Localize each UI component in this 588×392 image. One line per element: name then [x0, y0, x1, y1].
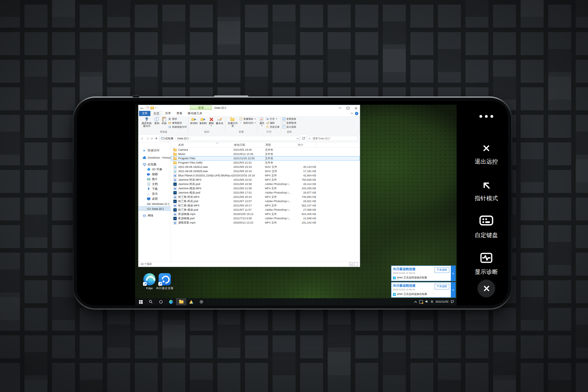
- notification-close-button[interactable]: ×: [451, 266, 455, 281]
- nav-item[interactable]: 下载: [138, 187, 171, 191]
- address-dropdown-icon[interactable]: [296, 137, 299, 139]
- file-row[interactable]: Jasmine-民谣.MP42021/9/6 22:02MP4 文件750,56…: [171, 178, 360, 182]
- close-button[interactable]: [352, 105, 360, 111]
- sidebar-button-keyboard[interactable]: [469, 215, 503, 226]
- new-folder-quick-icon[interactable]: [150, 107, 154, 109]
- nav-item[interactable]: 网络: [138, 213, 171, 218]
- delete-button[interactable]: 删除: [208, 117, 215, 127]
- properties-button[interactable]: 属性: [258, 117, 265, 127]
- open-button[interactable]: 打开: [266, 117, 280, 121]
- file-row[interactable]: 夜游南塘.psd2021/7/13 9:09Adobe Photoshop I.…: [171, 216, 360, 221]
- edit-button[interactable]: 编辑: [266, 121, 280, 125]
- paste-shortcut-button[interactable]: 粘贴快捷方式: [168, 125, 187, 129]
- file-row[interactable]: Program Files (x86)2021/6/4 21:51文件夹: [171, 160, 360, 165]
- taskbar-app-a-button[interactable]: [186, 298, 196, 305]
- forward-button[interactable]: [145, 136, 150, 141]
- nav-item[interactable]: OneDrive - Persona: [138, 155, 171, 160]
- refresh-button[interactable]: [301, 136, 306, 141]
- file-row[interactable]: Camera2021/6/5 19:45文件夹: [171, 148, 360, 152]
- tray-volume-button[interactable]: [425, 300, 429, 304]
- sidebar-button-diagnostics[interactable]: [469, 253, 503, 263]
- file-row[interactable]: 夜游南塘.mp42019/10/5 19:13MP4 文件824,405 KB: [171, 212, 360, 216]
- file-row[interactable]: 铁三角-摇滚.psd2021/9/7 11:57Adobe Photoshop …: [171, 208, 360, 212]
- file-row[interactable]: 铁三角-摇滚.MP42021/9/6 20:17MP4 文件562,147 KB: [171, 203, 360, 208]
- taskbar-settings-button[interactable]: [196, 298, 206, 305]
- taskbar-explorer-button[interactable]: [176, 298, 186, 305]
- dont-remind-button[interactable]: 不再提醒: [435, 267, 449, 273]
- contextual-tab-manage[interactable]: 管理: [190, 105, 212, 110]
- nav-item[interactable]: 音乐: [138, 191, 171, 196]
- file-row[interactable]: 液氧背景.mp42020/6/12 13:23MP4 文件191,242 KB: [171, 221, 360, 225]
- file-row[interactable]: Blue.Planet.II.S01E01.2160p.UHD.BluRay.x…: [171, 173, 360, 178]
- history-button[interactable]: 历史记录: [266, 125, 280, 129]
- sidebar-button-pointer[interactable]: [469, 179, 503, 191]
- more-menu-button[interactable]: [469, 114, 503, 119]
- paste-button[interactable]: 粘贴: [161, 117, 168, 125]
- column-header-date[interactable]: 修改日期: [233, 142, 265, 147]
- select-all-button[interactable]: 全部选择: [282, 117, 296, 121]
- tray-language-indicator[interactable]: 英: [431, 300, 434, 304]
- select-none-button[interactable]: 全部取消: [282, 121, 296, 125]
- copy-to-button[interactable]: 复制到: [199, 117, 207, 125]
- notification-close-button[interactable]: ×: [451, 282, 455, 297]
- rename-button[interactable]: 重命名: [215, 117, 224, 125]
- collapse-sidebar-button[interactable]: [469, 280, 503, 297]
- nav-item[interactable]: Windows (C:): [138, 201, 171, 206]
- nav-item[interactable]: 文档: [138, 182, 171, 187]
- view-icons-button[interactable]: [354, 262, 358, 266]
- tray-sunlogin-icon[interactable]: [419, 300, 423, 303]
- taskbar-edge-button[interactable]: [166, 298, 176, 305]
- remote-desktop-view[interactable]: 管理 Data (D:) 文件 主页 共享: [135, 105, 457, 305]
- sidebar-button-exit[interactable]: [469, 142, 503, 154]
- file-row[interactable]: 铁三角-民谣.psd2021/9/7 12:07Adobe Photoshop …: [171, 199, 360, 203]
- collapse-ribbon-icon[interactable]: [351, 112, 353, 115]
- action-center-button[interactable]: [450, 300, 454, 304]
- cortana-button[interactable]: [156, 298, 166, 305]
- up-button[interactable]: [154, 136, 158, 141]
- breadcrumb[interactable]: 此电脑 › Data (D:) ›: [160, 136, 300, 141]
- nav-item[interactable]: 快速访问: [138, 148, 171, 153]
- column-header-name[interactable]: 名称: [173, 142, 233, 147]
- new-item-button[interactable]: 新建项目: [239, 117, 256, 121]
- file-row[interactable]: Program Files2021/11/25 22:55文件夹: [171, 156, 360, 160]
- nav-item[interactable]: 视频: [138, 172, 171, 177]
- pin-to-quick-access-button[interactable]: 固定到快速访问: [141, 117, 153, 128]
- breadcrumb-this-pc[interactable]: 此电脑: [165, 137, 173, 141]
- copy-button[interactable]: 复制: [153, 117, 160, 125]
- nav-item[interactable]: 3D 对象: [138, 167, 171, 172]
- desktop-icon-sunlogin[interactable]: 向日葵企业版: [155, 273, 174, 290]
- new-folder-button[interactable]: 新建文件夹: [227, 117, 239, 128]
- search-box[interactable]: [307, 136, 358, 141]
- nav-item[interactable]: 此电脑: [138, 162, 171, 167]
- search-input[interactable]: [312, 137, 357, 140]
- view-details-button[interactable]: [349, 262, 353, 266]
- maximize-button[interactable]: [344, 105, 352, 111]
- nav-item[interactable]: 图片: [138, 177, 171, 182]
- help-icon[interactable]: ?: [355, 112, 358, 115]
- tab-share[interactable]: 共享: [162, 111, 174, 116]
- minimize-button[interactable]: [336, 105, 344, 111]
- column-header-type[interactable]: 类型: [265, 142, 297, 147]
- file-row[interactable]: 铁三角-民谣.MP42021/9/6 20:23MP4 文件745,994 KB: [171, 195, 360, 199]
- qat-dropdown-icon[interactable]: [155, 107, 156, 109]
- taskbar-search-button[interactable]: [146, 298, 156, 305]
- easy-access-button[interactable]: 轻松访问: [239, 121, 256, 125]
- tray-clock[interactable]: 2021/11/30: [435, 300, 448, 303]
- tab-file[interactable]: 文件: [139, 111, 150, 116]
- tab-view[interactable]: 查看: [174, 111, 185, 116]
- copy-path-button[interactable]: 复制路径: [168, 121, 187, 125]
- file-row[interactable]: Jasmine-摇滚.MP42021/9/6 21:59MP4 文件343,20…: [171, 186, 360, 190]
- tray-expand-button[interactable]: [414, 300, 417, 303]
- column-header-size[interactable]: 大小: [297, 142, 316, 147]
- move-to-button[interactable]: 移动到: [190, 117, 198, 125]
- file-row[interactable]: Jasmine-摇滚.psd2021/9/8 17:01Adobe Photos…: [171, 190, 360, 195]
- nav-item[interactable]: 桌面: [138, 196, 171, 201]
- file-row[interactable]: Jasmine-民谣.psd2021/9/8 16:58Adobe Photos…: [171, 182, 360, 186]
- start-button[interactable]: [136, 298, 146, 305]
- tab-home[interactable]: 主页: [150, 111, 162, 116]
- file-row[interactable]: 2021-09-08 162612.wav2021/9/8 16:33WAV 文…: [171, 165, 360, 169]
- nav-item[interactable]: Data (D:): [138, 206, 171, 211]
- invert-selection-button[interactable]: 反向选择: [282, 125, 296, 129]
- breadcrumb-drive[interactable]: Data (D:): [177, 137, 189, 140]
- tab-drive-tools[interactable]: 驱动器工具: [185, 111, 205, 116]
